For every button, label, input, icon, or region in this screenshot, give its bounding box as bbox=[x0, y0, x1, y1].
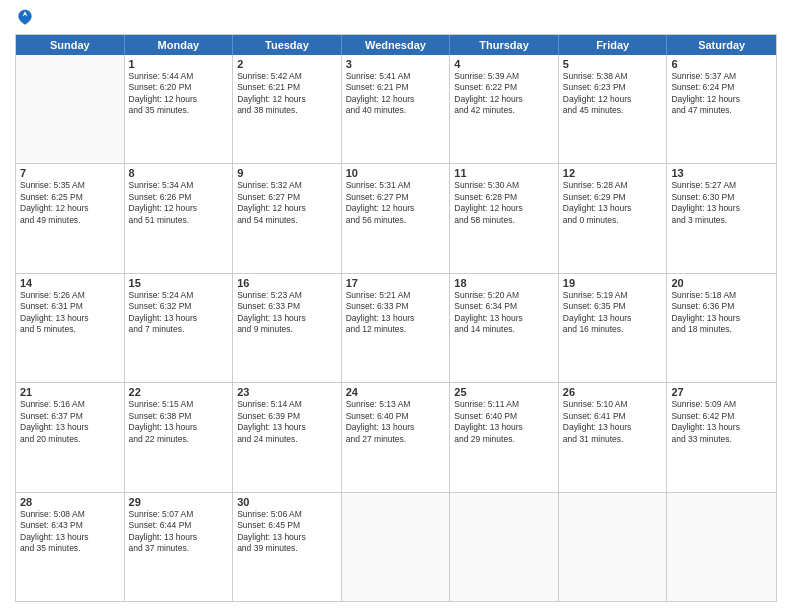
calendar-header: SundayMondayTuesdayWednesdayThursdayFrid… bbox=[16, 35, 776, 55]
calendar-cell-17: 17Sunrise: 5:21 AM Sunset: 6:33 PM Dayli… bbox=[342, 274, 451, 382]
calendar-cell-7: 7Sunrise: 5:35 AM Sunset: 6:25 PM Daylig… bbox=[16, 164, 125, 272]
calendar: SundayMondayTuesdayWednesdayThursdayFrid… bbox=[15, 34, 777, 602]
calendar-cell-9: 9Sunrise: 5:32 AM Sunset: 6:27 PM Daylig… bbox=[233, 164, 342, 272]
logo-icon bbox=[15, 8, 35, 28]
day-number: 21 bbox=[20, 386, 120, 398]
day-number: 25 bbox=[454, 386, 554, 398]
day-number: 7 bbox=[20, 167, 120, 179]
day-number: 11 bbox=[454, 167, 554, 179]
day-info: Sunrise: 5:09 AM Sunset: 6:42 PM Dayligh… bbox=[671, 399, 772, 445]
calendar-cell-8: 8Sunrise: 5:34 AM Sunset: 6:26 PM Daylig… bbox=[125, 164, 234, 272]
header bbox=[15, 10, 777, 28]
calendar-row-1: 1Sunrise: 5:44 AM Sunset: 6:20 PM Daylig… bbox=[16, 55, 776, 164]
day-info: Sunrise: 5:15 AM Sunset: 6:38 PM Dayligh… bbox=[129, 399, 229, 445]
day-info: Sunrise: 5:18 AM Sunset: 6:36 PM Dayligh… bbox=[671, 290, 772, 336]
day-number: 24 bbox=[346, 386, 446, 398]
day-number: 17 bbox=[346, 277, 446, 289]
day-number: 10 bbox=[346, 167, 446, 179]
day-number: 29 bbox=[129, 496, 229, 508]
calendar-cell-empty bbox=[559, 493, 668, 601]
day-number: 13 bbox=[671, 167, 772, 179]
day-info: Sunrise: 5:26 AM Sunset: 6:31 PM Dayligh… bbox=[20, 290, 120, 336]
day-number: 8 bbox=[129, 167, 229, 179]
day-number: 1 bbox=[129, 58, 229, 70]
day-info: Sunrise: 5:27 AM Sunset: 6:30 PM Dayligh… bbox=[671, 180, 772, 226]
day-number: 9 bbox=[237, 167, 337, 179]
day-info: Sunrise: 5:16 AM Sunset: 6:37 PM Dayligh… bbox=[20, 399, 120, 445]
calendar-cell-23: 23Sunrise: 5:14 AM Sunset: 6:39 PM Dayli… bbox=[233, 383, 342, 491]
weekday-header-monday: Monday bbox=[125, 35, 234, 55]
calendar-cell-26: 26Sunrise: 5:10 AM Sunset: 6:41 PM Dayli… bbox=[559, 383, 668, 491]
calendar-cell-20: 20Sunrise: 5:18 AM Sunset: 6:36 PM Dayli… bbox=[667, 274, 776, 382]
day-info: Sunrise: 5:44 AM Sunset: 6:20 PM Dayligh… bbox=[129, 71, 229, 117]
day-info: Sunrise: 5:41 AM Sunset: 6:21 PM Dayligh… bbox=[346, 71, 446, 117]
calendar-row-4: 21Sunrise: 5:16 AM Sunset: 6:37 PM Dayli… bbox=[16, 383, 776, 492]
calendar-cell-11: 11Sunrise: 5:30 AM Sunset: 6:28 PM Dayli… bbox=[450, 164, 559, 272]
day-info: Sunrise: 5:42 AM Sunset: 6:21 PM Dayligh… bbox=[237, 71, 337, 117]
calendar-cell-15: 15Sunrise: 5:24 AM Sunset: 6:32 PM Dayli… bbox=[125, 274, 234, 382]
day-info: Sunrise: 5:08 AM Sunset: 6:43 PM Dayligh… bbox=[20, 509, 120, 555]
calendar-cell-24: 24Sunrise: 5:13 AM Sunset: 6:40 PM Dayli… bbox=[342, 383, 451, 491]
day-number: 2 bbox=[237, 58, 337, 70]
day-number: 26 bbox=[563, 386, 663, 398]
day-number: 5 bbox=[563, 58, 663, 70]
weekday-header-wednesday: Wednesday bbox=[342, 35, 451, 55]
day-number: 3 bbox=[346, 58, 446, 70]
day-info: Sunrise: 5:38 AM Sunset: 6:23 PM Dayligh… bbox=[563, 71, 663, 117]
calendar-cell-22: 22Sunrise: 5:15 AM Sunset: 6:38 PM Dayli… bbox=[125, 383, 234, 491]
day-info: Sunrise: 5:28 AM Sunset: 6:29 PM Dayligh… bbox=[563, 180, 663, 226]
day-info: Sunrise: 5:39 AM Sunset: 6:22 PM Dayligh… bbox=[454, 71, 554, 117]
day-info: Sunrise: 5:23 AM Sunset: 6:33 PM Dayligh… bbox=[237, 290, 337, 336]
calendar-row-3: 14Sunrise: 5:26 AM Sunset: 6:31 PM Dayli… bbox=[16, 274, 776, 383]
calendar-cell-empty bbox=[342, 493, 451, 601]
logo bbox=[15, 10, 39, 28]
calendar-cell-10: 10Sunrise: 5:31 AM Sunset: 6:27 PM Dayli… bbox=[342, 164, 451, 272]
calendar-cell-4: 4Sunrise: 5:39 AM Sunset: 6:22 PM Daylig… bbox=[450, 55, 559, 163]
day-number: 30 bbox=[237, 496, 337, 508]
day-number: 6 bbox=[671, 58, 772, 70]
day-info: Sunrise: 5:30 AM Sunset: 6:28 PM Dayligh… bbox=[454, 180, 554, 226]
day-number: 4 bbox=[454, 58, 554, 70]
day-info: Sunrise: 5:14 AM Sunset: 6:39 PM Dayligh… bbox=[237, 399, 337, 445]
calendar-cell-empty bbox=[16, 55, 125, 163]
day-info: Sunrise: 5:34 AM Sunset: 6:26 PM Dayligh… bbox=[129, 180, 229, 226]
day-info: Sunrise: 5:19 AM Sunset: 6:35 PM Dayligh… bbox=[563, 290, 663, 336]
calendar-row-5: 28Sunrise: 5:08 AM Sunset: 6:43 PM Dayli… bbox=[16, 493, 776, 601]
calendar-cell-14: 14Sunrise: 5:26 AM Sunset: 6:31 PM Dayli… bbox=[16, 274, 125, 382]
day-info: Sunrise: 5:35 AM Sunset: 6:25 PM Dayligh… bbox=[20, 180, 120, 226]
day-info: Sunrise: 5:24 AM Sunset: 6:32 PM Dayligh… bbox=[129, 290, 229, 336]
calendar-cell-28: 28Sunrise: 5:08 AM Sunset: 6:43 PM Dayli… bbox=[16, 493, 125, 601]
calendar-cell-empty bbox=[667, 493, 776, 601]
day-info: Sunrise: 5:37 AM Sunset: 6:24 PM Dayligh… bbox=[671, 71, 772, 117]
day-number: 20 bbox=[671, 277, 772, 289]
day-number: 15 bbox=[129, 277, 229, 289]
day-info: Sunrise: 5:20 AM Sunset: 6:34 PM Dayligh… bbox=[454, 290, 554, 336]
day-info: Sunrise: 5:32 AM Sunset: 6:27 PM Dayligh… bbox=[237, 180, 337, 226]
calendar-cell-19: 19Sunrise: 5:19 AM Sunset: 6:35 PM Dayli… bbox=[559, 274, 668, 382]
calendar-cell-21: 21Sunrise: 5:16 AM Sunset: 6:37 PM Dayli… bbox=[16, 383, 125, 491]
day-number: 27 bbox=[671, 386, 772, 398]
calendar-body: 1Sunrise: 5:44 AM Sunset: 6:20 PM Daylig… bbox=[16, 55, 776, 601]
weekday-header-friday: Friday bbox=[559, 35, 668, 55]
calendar-cell-18: 18Sunrise: 5:20 AM Sunset: 6:34 PM Dayli… bbox=[450, 274, 559, 382]
day-info: Sunrise: 5:31 AM Sunset: 6:27 PM Dayligh… bbox=[346, 180, 446, 226]
page: SundayMondayTuesdayWednesdayThursdayFrid… bbox=[0, 0, 792, 612]
calendar-cell-1: 1Sunrise: 5:44 AM Sunset: 6:20 PM Daylig… bbox=[125, 55, 234, 163]
calendar-cell-25: 25Sunrise: 5:11 AM Sunset: 6:40 PM Dayli… bbox=[450, 383, 559, 491]
weekday-header-saturday: Saturday bbox=[667, 35, 776, 55]
day-number: 12 bbox=[563, 167, 663, 179]
weekday-header-tuesday: Tuesday bbox=[233, 35, 342, 55]
day-info: Sunrise: 5:07 AM Sunset: 6:44 PM Dayligh… bbox=[129, 509, 229, 555]
day-number: 23 bbox=[237, 386, 337, 398]
day-info: Sunrise: 5:06 AM Sunset: 6:45 PM Dayligh… bbox=[237, 509, 337, 555]
day-info: Sunrise: 5:11 AM Sunset: 6:40 PM Dayligh… bbox=[454, 399, 554, 445]
calendar-cell-29: 29Sunrise: 5:07 AM Sunset: 6:44 PM Dayli… bbox=[125, 493, 234, 601]
calendar-cell-12: 12Sunrise: 5:28 AM Sunset: 6:29 PM Dayli… bbox=[559, 164, 668, 272]
calendar-cell-16: 16Sunrise: 5:23 AM Sunset: 6:33 PM Dayli… bbox=[233, 274, 342, 382]
day-number: 14 bbox=[20, 277, 120, 289]
calendar-cell-6: 6Sunrise: 5:37 AM Sunset: 6:24 PM Daylig… bbox=[667, 55, 776, 163]
calendar-row-2: 7Sunrise: 5:35 AM Sunset: 6:25 PM Daylig… bbox=[16, 164, 776, 273]
day-number: 28 bbox=[20, 496, 120, 508]
weekday-header-sunday: Sunday bbox=[16, 35, 125, 55]
calendar-cell-13: 13Sunrise: 5:27 AM Sunset: 6:30 PM Dayli… bbox=[667, 164, 776, 272]
